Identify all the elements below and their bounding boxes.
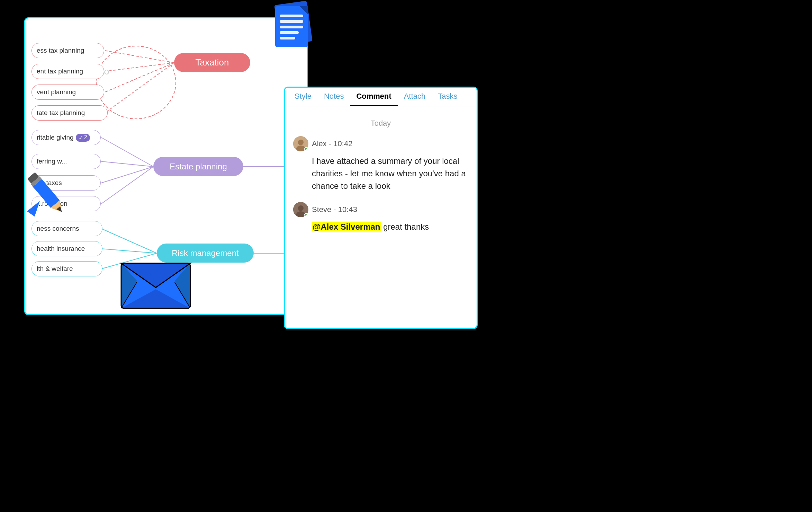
panel-tabs: Style Notes Comment Attach Tasks	[285, 88, 477, 106]
online-indicator-alex	[304, 147, 308, 151]
svg-marker-33	[27, 201, 40, 217]
svg-line-1	[105, 63, 174, 71]
tab-notes[interactable]: Notes	[318, 88, 350, 106]
comment-author-steve: Steve - 10:43	[312, 205, 357, 214]
leaf-health-welfare[interactable]: lth & welfare	[31, 261, 102, 276]
svg-rect-22	[280, 15, 303, 17]
comment-author-alex: Alex - 10:42	[312, 139, 352, 148]
leaf-health-insurance[interactable]: health insurance	[31, 241, 102, 256]
leaf-tate-tax[interactable]: tate tax planning	[31, 105, 108, 121]
comment-panel: Style Notes Comment Attach Tasks Today A…	[284, 87, 478, 329]
svg-line-7	[101, 167, 153, 183]
comment-item-alex: Alex - 10:42 I have attached a summary o…	[293, 136, 468, 192]
svg-line-0	[105, 51, 174, 63]
document-notes-icon	[270, 0, 315, 52]
tab-style[interactable]: Style	[288, 88, 318, 106]
svg-point-15	[298, 140, 304, 145]
comment-content: Today Alex - 10:42 I have attached a sum…	[285, 106, 477, 250]
svg-line-3	[105, 63, 174, 113]
taxation-node[interactable]: Taxation	[174, 53, 250, 72]
badge-count: ✓2	[76, 134, 90, 142]
leaf-vent-planning[interactable]: vent planning	[31, 85, 104, 100]
svg-rect-25	[280, 31, 299, 34]
leaf-business-concerns[interactable]: ness concerns	[31, 221, 102, 236]
avatar-alex	[293, 136, 308, 151]
tab-tasks[interactable]: Tasks	[432, 88, 463, 106]
mention-highlight: @Alex Silverman	[312, 222, 381, 231]
leaf-ent-tax[interactable]: ent tax planning	[31, 64, 104, 79]
leaf-charitable[interactable]: ritable giving ✓2	[31, 130, 101, 145]
avatar-steve	[293, 202, 308, 217]
comment-header-steve: Steve - 10:43	[293, 202, 468, 217]
svg-rect-24	[280, 26, 303, 28]
online-indicator-steve	[304, 213, 308, 217]
svg-rect-23	[280, 20, 303, 23]
svg-point-18	[298, 205, 304, 211]
tab-attach[interactable]: Attach	[398, 88, 432, 106]
comment-text-steve: @Alex Silverman great thanks	[312, 221, 468, 233]
date-divider: Today	[293, 119, 468, 128]
svg-line-6	[101, 161, 153, 167]
svg-line-2	[105, 63, 174, 92]
svg-point-4	[96, 46, 176, 119]
pencil-icon	[21, 166, 73, 222]
svg-rect-26	[280, 37, 295, 39]
comment-header-alex: Alex - 10:42	[293, 136, 468, 151]
comment-text-alex: I have attached a summary of your local …	[312, 155, 468, 192]
tab-comment[interactable]: Comment	[350, 88, 397, 106]
estate-planning-node[interactable]: Estate planning	[153, 157, 243, 176]
leaf-ess-tax[interactable]: ess tax planning	[31, 43, 104, 58]
comment-item-steve: Steve - 10:43 @Alex Silverman great than…	[293, 202, 468, 233]
envelope-icon	[118, 249, 194, 312]
svg-line-5	[101, 138, 153, 167]
svg-line-8	[101, 167, 153, 204]
